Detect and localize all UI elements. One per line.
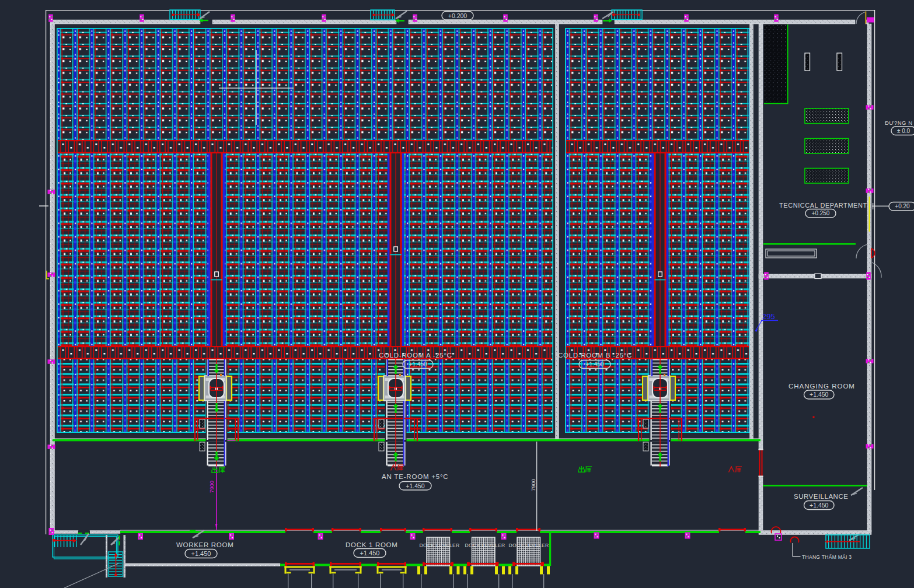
- svg-text:SURVEILLANCE: SURVEILLANCE: [794, 493, 848, 500]
- svg-text:7900: 7900: [208, 481, 215, 493]
- svg-text:THANG THẤM MÁI 3: THANG THẤM MÁI 3: [802, 554, 852, 560]
- svg-text:295: 295: [762, 312, 775, 321]
- svg-text:+1.450: +1.450: [586, 361, 604, 368]
- svg-text:ĐƯ?NG N: ĐƯ?NG N: [885, 120, 913, 126]
- svg-text:CHANGING ROOM: CHANGING ROOM: [789, 383, 855, 390]
- svg-text:COLD-ROOM B -25°C: COLD-ROOM B -25°C: [558, 352, 632, 359]
- svg-text:COLD-ROOM A -25°C: COLD-ROOM A -25°C: [379, 352, 452, 359]
- svg-text:DOCK LEVELER: DOCK LEVELER: [420, 542, 460, 548]
- svg-text:+0.200: +0.200: [448, 12, 468, 19]
- svg-text:+1.450: +1.450: [191, 550, 211, 557]
- svg-text:AN TE-ROOM +5°C: AN TE-ROOM +5°C: [382, 473, 448, 480]
- svg-text:DOCK LEVELER: DOCK LEVELER: [465, 542, 505, 548]
- svg-text:+1.450: +1.450: [810, 391, 829, 398]
- svg-text:TECNICCAL DEPARTMENT: TECNICCAL DEPARTMENT: [779, 202, 867, 209]
- svg-text:7900: 7900: [530, 479, 536, 491]
- svg-text:± 0.0: ± 0.0: [897, 128, 910, 134]
- svg-text:WORKER ROOM: WORKER ROOM: [176, 541, 233, 548]
- svg-text:+1.450: +1.450: [406, 482, 425, 489]
- svg-text:+1.450: +1.450: [810, 502, 829, 509]
- svg-text:+0.20: +0.20: [895, 203, 910, 209]
- svg-text:+1.450: +1.450: [409, 361, 427, 368]
- svg-text:DOCK LEVELER: DOCK LEVELER: [509, 542, 549, 548]
- svg-text:+1.450: +1.450: [360, 550, 380, 556]
- svg-text:+0.250: +0.250: [812, 210, 830, 216]
- svg-text:DOCK 1 ROOM: DOCK 1 ROOM: [346, 541, 398, 548]
